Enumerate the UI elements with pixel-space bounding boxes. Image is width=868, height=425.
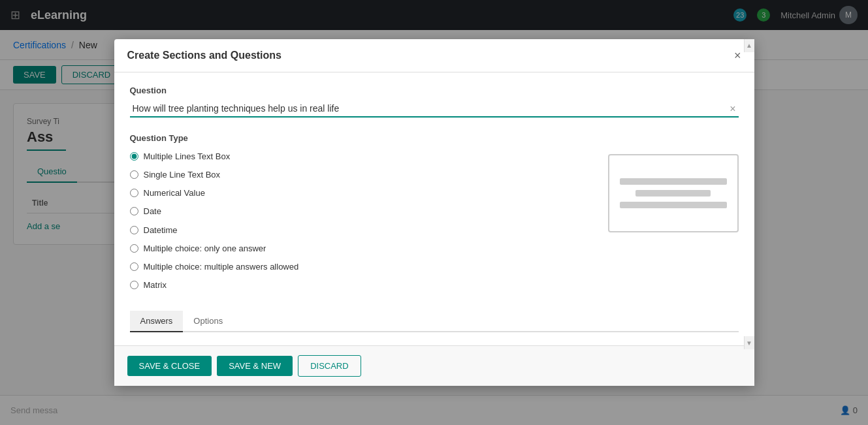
modal-tab-options[interactable]: Options: [183, 311, 233, 332]
type-choice-one-label: Multiple choice: only one answer: [144, 243, 266, 255]
scroll-down-icon[interactable]: ▼: [744, 336, 754, 349]
type-single-line[interactable]: Single Line Text Box: [130, 169, 582, 181]
type-datetime[interactable]: Datetime: [130, 225, 582, 236]
type-choice-multi-label: Multiple choice: multiple answers allowe…: [144, 261, 299, 273]
type-multiple-lines-label: Multiple Lines Text Box: [144, 151, 231, 163]
type-single-line-label: Single Line Text Box: [144, 169, 221, 181]
question-field-label: Question: [130, 86, 739, 95]
modal-overlay: ▲ Create Sections and Questions × Questi…: [0, 0, 868, 425]
question-input-wrap: ×: [130, 101, 739, 118]
type-preview: [608, 154, 739, 232]
type-choice-multi[interactable]: Multiple choice: multiple answers allowe…: [130, 261, 582, 273]
modal: ▲ Create Sections and Questions × Questi…: [114, 39, 754, 386]
preview-line-1: [620, 178, 727, 185]
type-multiple-lines[interactable]: Multiple Lines Text Box: [130, 151, 582, 163]
type-datetime-label: Datetime: [144, 225, 178, 236]
question-types-section: Question Type Multiple Lines Text Box Si…: [130, 133, 582, 298]
type-date-label: Date: [144, 206, 161, 217]
form-row: Question Type Multiple Lines Text Box Si…: [130, 133, 739, 298]
modal-header: Create Sections and Questions ×: [114, 39, 754, 72]
modal-close-button[interactable]: ×: [734, 50, 741, 61]
type-choice-one[interactable]: Multiple choice: only one answer: [130, 243, 582, 255]
modal-tabs: Answers Options: [130, 311, 739, 332]
save-close-button[interactable]: SAVE & CLOSE: [127, 356, 212, 376]
save-new-button[interactable]: SAVE & NEW: [217, 356, 293, 376]
type-numerical-label: Numerical Value: [144, 187, 205, 199]
discard-button-modal[interactable]: DISCARD: [298, 355, 361, 377]
type-date[interactable]: Date: [130, 206, 582, 217]
preview-line-3: [620, 202, 727, 208]
scroll-up-icon[interactable]: ▲: [744, 39, 754, 52]
modal-tab-answers[interactable]: Answers: [130, 311, 184, 332]
modal-footer: SAVE & CLOSE SAVE & NEW DISCARD: [114, 345, 754, 386]
modal-body: Question × Question Type Multiple Lines …: [114, 72, 754, 346]
type-matrix[interactable]: Matrix: [130, 279, 582, 291]
clear-input-button[interactable]: ×: [730, 103, 735, 115]
question-input[interactable]: [130, 101, 739, 118]
preview-line-2: [635, 190, 711, 197]
question-type-label: Question Type: [130, 133, 582, 143]
type-numerical[interactable]: Numerical Value: [130, 187, 582, 199]
modal-title: Create Sections and Questions: [127, 50, 282, 61]
type-matrix-label: Matrix: [144, 279, 167, 291]
